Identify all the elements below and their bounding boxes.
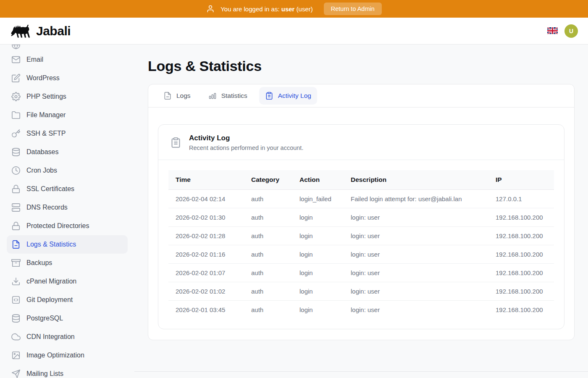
main-content: Logs & Statistics LogsStatisticsActivity… — [134, 45, 588, 378]
sidebar-item-label: SSL Certificates — [26, 185, 74, 193]
column-header-category: Category — [244, 170, 292, 190]
database-icon — [11, 147, 21, 157]
sidebar-item-wordpress[interactable]: WordPress — [7, 69, 128, 87]
table-cell: 2026-02-02 01:16 — [168, 245, 244, 264]
table-cell: 2026-02-02 01:07 — [168, 264, 244, 282]
sidebar-item-label: DNS Records — [26, 204, 68, 211]
table-row: 2026-02-02 01:30authloginlogin: user192.… — [168, 208, 554, 227]
table-cell: 192.168.100.200 — [488, 245, 554, 264]
column-header-action: Action — [292, 170, 344, 190]
table-cell: 192.168.100.200 — [488, 264, 554, 282]
sidebar-item-git-deployment[interactable]: Git Deployment — [7, 291, 128, 309]
person-icon — [206, 5, 215, 13]
server-icon — [11, 203, 21, 212]
download-icon — [11, 277, 21, 286]
table-row: 2026-02-02 01:07authloginlogin: user192.… — [168, 264, 554, 282]
table-cell: login — [292, 208, 344, 227]
sidebar-item-ssl-certificates[interactable]: SSL Certificates — [7, 180, 128, 198]
table-cell: 127.0.0.1 — [488, 190, 554, 208]
sidebar-item-label: Logs & Statistics — [26, 241, 76, 248]
sidebar-item-label: Cron Jobs — [26, 167, 57, 174]
table-cell: login: user — [344, 208, 488, 227]
sidebar-item-cron-jobs[interactable]: Cron Jobs — [7, 161, 128, 180]
impersonated-username: user — [281, 5, 295, 13]
sidebar-item-php-settings[interactable]: PHP Settings — [7, 87, 128, 106]
sidebar-item-cpanel-migration[interactable]: cPanel Migration — [7, 272, 128, 291]
table-row: 2026-02-04 02:14authlogin_failedFailed l… — [168, 190, 554, 208]
sidebar-item-label: WordPress — [26, 74, 60, 82]
footer-divider — [134, 371, 588, 372]
globe-icon — [11, 45, 21, 50]
sidebar-item-mailing-lists[interactable]: Mailing Lists — [7, 365, 128, 378]
column-header-ip: IP — [488, 170, 554, 190]
sidebar-item-postgresql[interactable]: PostgreSQL — [7, 309, 128, 328]
tab-activity-log[interactable]: Activity Log — [259, 87, 317, 105]
sidebar-item-partial[interactable] — [7, 45, 128, 50]
table-cell: 2026-02-04 02:14 — [168, 190, 244, 208]
lock-icon — [11, 221, 21, 231]
clipboard-icon — [170, 137, 181, 148]
tab-statistics[interactable]: Statistics — [202, 87, 253, 105]
table-cell: login — [292, 245, 344, 264]
sidebar-item-label: Image Optimization — [26, 352, 84, 359]
logs-panel: LogsStatisticsActivity Log Activity Log … — [148, 84, 575, 340]
return-to-admin-button[interactable]: Return to Admin — [324, 3, 382, 15]
sidebar-item-image-optimization[interactable]: Image Optimization — [7, 346, 128, 365]
sidebar-item-email[interactable]: Email — [7, 50, 128, 69]
uk-flag-icon[interactable] — [547, 27, 558, 35]
table-cell: 192.168.100.200 — [488, 301, 554, 319]
sidebar-item-file-manager[interactable]: File Manager — [7, 106, 128, 124]
sidebar-item-dns-records[interactable]: DNS Records — [7, 198, 128, 217]
table-cell: 2026-02-01 03:45 — [168, 301, 244, 319]
table-cell: auth — [244, 190, 292, 208]
brand[interactable]: Jabali — [10, 24, 71, 39]
table-cell: login: user — [344, 227, 488, 245]
mail-icon — [11, 55, 21, 64]
table-cell: login — [292, 264, 344, 282]
user-avatar[interactable]: U — [564, 24, 578, 38]
card-subtitle: Recent actions performed in your account… — [189, 144, 303, 151]
tab-logs[interactable]: Logs — [158, 87, 197, 105]
sidebar-item-logs-statistics[interactable]: Logs & Statistics — [7, 235, 128, 254]
sidebar-item-label: CDN Integration — [26, 333, 75, 341]
database-icon — [11, 314, 21, 323]
sidebar-item-cdn-integration[interactable]: CDN Integration — [7, 328, 128, 346]
edit-icon — [11, 74, 21, 83]
sidebar-item-protected-directories[interactable]: Protected Directories — [7, 217, 128, 235]
column-header-description: Description — [344, 170, 488, 190]
table-cell: login — [292, 282, 344, 301]
activity-log-card: Activity Log Recent actions performed in… — [158, 124, 564, 329]
table-cell: login: user — [344, 282, 488, 301]
sidebar-item-ssh-sftp[interactable]: SSH & SFTP — [7, 124, 128, 143]
clipboard-icon — [265, 92, 273, 100]
column-header-time: Time — [168, 170, 244, 190]
sidebar-item-databases[interactable]: Databases — [7, 143, 128, 161]
table-cell: 192.168.100.200 — [488, 208, 554, 227]
table-row: 2026-02-02 01:28authloginlogin: user192.… — [168, 227, 554, 245]
table-cell: 192.168.100.200 — [488, 282, 554, 301]
key-icon — [11, 129, 21, 138]
sidebar-item-label: cPanel Migration — [26, 278, 76, 285]
page-title: Logs & Statistics — [148, 58, 575, 74]
cloud-icon — [11, 332, 21, 341]
tab-label: Activity Log — [278, 92, 311, 100]
table-cell: login: user — [344, 245, 488, 264]
sidebar-item-backups[interactable]: Backups — [7, 254, 128, 272]
app-header: Jabali U — [0, 18, 588, 45]
sidebar-item-label: Protected Directories — [26, 222, 89, 230]
send-icon — [11, 369, 21, 378]
boar-icon — [10, 24, 32, 39]
folder-icon — [11, 110, 21, 120]
tab-label: Logs — [176, 92, 191, 100]
sidebar-item-label: File Manager — [26, 111, 66, 119]
table-cell: login: user — [344, 264, 488, 282]
code-icon — [11, 295, 21, 304]
lock-icon — [11, 184, 21, 194]
clock-icon — [11, 166, 21, 175]
sidebar-item-label: Backups — [26, 259, 52, 267]
sidebar-nav: EmailWordPressPHP SettingsFile ManagerSS… — [0, 45, 134, 378]
sidebar-item-label: PHP Settings — [26, 93, 66, 100]
table-cell: login_failed — [292, 190, 344, 208]
table-cell: login — [292, 227, 344, 245]
table-cell: auth — [244, 301, 292, 319]
